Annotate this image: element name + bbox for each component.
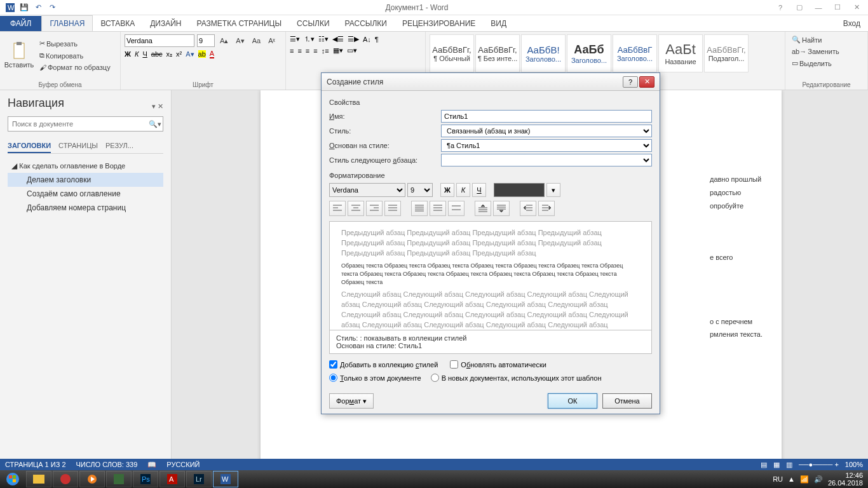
style-title[interactable]: АаБtНазвание [658,34,703,72]
fmt-font-select[interactable]: Verdana [329,183,405,197]
tree-root[interactable]: ◢ Как сделать оглавление в Ворде [8,159,163,173]
tray-flag-icon[interactable]: ▲ [788,475,795,483]
minimize-icon[interactable]: ― [810,1,827,14]
fmt-bold-icon[interactable]: Ж [440,183,454,197]
indent-inc-icon[interactable]: ☰▶ [348,35,359,43]
grow-font-icon[interactable]: A▴ [217,36,231,46]
nav-tab-pages[interactable]: СТРАНИЦЫ [58,139,98,153]
ribbon-options-icon[interactable]: ▢ [790,1,808,14]
view-print-icon[interactable]: ▦ [773,461,780,469]
tab-insert[interactable]: ВСТАВКА [93,16,142,31]
font-size-input[interactable] [197,34,215,47]
status-proofing-icon[interactable]: 📖 [147,461,156,469]
italic-icon[interactable]: К [135,50,139,58]
style-heading2[interactable]: АаБбЗаголово... [567,34,611,72]
fmt-color-box[interactable] [494,183,545,197]
tab-design[interactable]: ДИЗАЙН [142,16,189,31]
word-icon[interactable]: W [4,1,17,14]
style-nospacing[interactable]: АаБбВвГг,¶ Без инте... [475,34,520,72]
tray-sound-icon[interactable]: 🔊 [814,475,823,484]
change-case-icon[interactable]: Aa [250,36,263,46]
tray-date[interactable]: 26.04.2018 [828,479,863,487]
format-painter-button[interactable]: 🖌Формат по образцу [37,62,113,72]
indent-dec-icon[interactable]: ◀☰ [332,35,344,43]
zoom-level[interactable]: 100% [845,461,863,468]
subscript-icon[interactable]: x₂ [166,50,173,58]
help-icon[interactable]: ? [771,1,789,14]
bullets-icon[interactable]: ☰▾ [290,35,300,43]
dialog-close-icon[interactable]: ✕ [639,76,654,88]
status-page[interactable]: СТРАНИЦА 1 ИЗ 2 [5,461,66,468]
nav-tab-headings[interactable]: ЗАГОЛОВКИ [8,139,51,153]
radio-this-doc[interactable]: Только в этом документе [329,374,421,382]
nav-pin-icon[interactable]: ▾ ✕ [152,102,163,111]
undo-icon[interactable]: ↶ [32,1,44,14]
superscript-icon[interactable]: x² [176,50,182,58]
indent-dec-btn[interactable] [538,201,555,216]
radio-template[interactable]: В новых документах, использующих этот ша… [431,374,602,382]
style-subtitle[interactable]: АаБбВвГг,Подзагол... [704,34,749,72]
login-link[interactable]: Вход [836,16,868,31]
align-left-icon[interactable]: ≡ [290,47,294,55]
format-menu-button[interactable]: Формат ▾ [329,393,374,409]
view-readmode-icon[interactable]: ▤ [761,461,767,469]
shrink-font-icon[interactable]: A▾ [233,36,247,46]
tab-file[interactable]: ФАЙЛ [0,16,41,31]
sort-icon[interactable]: A↓ [363,36,371,43]
tb-app1[interactable] [106,471,132,487]
spacing-2-btn[interactable] [448,201,465,216]
cut-button[interactable]: ✂Вырезать [37,38,113,49]
bold-icon[interactable]: Ж [125,50,131,58]
chk-add-gallery[interactable]: Добавить в коллекцию стилей [329,360,438,369]
tab-review[interactable]: РЕЦЕНЗИРОВАНИЕ [395,16,483,31]
tree-item-3[interactable]: Добавляем номера страниц [8,201,163,215]
highlight-icon[interactable]: ab [198,50,206,58]
status-lang[interactable]: РУССКИЙ [166,461,200,468]
align-center-icon[interactable]: ≡ [297,47,301,55]
indent-inc-btn[interactable] [520,201,536,216]
tb-photoshop[interactable]: Ps [133,471,158,487]
paste-button[interactable]: Вставить [4,34,34,76]
strike-icon[interactable]: abc [151,50,163,58]
select-style-type[interactable]: Связанный (абзац и знак) [441,125,652,137]
tab-mailings[interactable]: РАССЫЛКИ [337,16,395,31]
tb-opera[interactable] [53,471,78,487]
redo-icon[interactable]: ↷ [46,1,58,14]
spacing-15-btn[interactable] [430,201,446,216]
tb-word[interactable]: W [213,471,238,487]
tb-lightroom[interactable]: Lr [186,471,212,487]
fmt-underline-icon[interactable]: Ч [472,183,486,197]
tray-lang[interactable]: RU [773,475,783,483]
tree-item-2[interactable]: Создаём само оглавление [8,187,163,201]
tab-view[interactable]: ВИД [483,16,514,31]
tab-references[interactable]: ССЫЛКИ [289,16,337,31]
tray-time[interactable]: 12:46 [828,471,863,479]
align-center-btn[interactable] [348,201,364,216]
tb-explorer[interactable] [26,471,51,487]
font-color-icon[interactable]: A [210,50,214,58]
align-right-icon[interactable]: ≡ [306,47,309,55]
style-heading3[interactable]: АаБбВвГЗаголово... [613,34,657,72]
fmt-size-select[interactable]: 9 [407,183,433,197]
tb-acrobat[interactable]: A [159,471,185,487]
justify-icon[interactable]: ≡ [313,47,317,55]
clear-format-icon[interactable]: Aᵡ [266,36,278,46]
cancel-button[interactable]: Отмена [602,393,652,409]
ok-button[interactable]: ОК [548,393,597,409]
find-button[interactable]: 🔍Найти [789,34,864,45]
shading-icon[interactable]: ▦▾ [333,46,343,55]
start-button[interactable] [0,470,25,488]
borders-icon[interactable]: ▭▾ [347,46,357,55]
maximize-icon[interactable]: ☐ [829,1,846,14]
select-button[interactable]: ▭Выделить [789,58,864,69]
multilevel-icon[interactable]: ☷▾ [318,35,329,43]
line-spacing-icon[interactable]: ↕≡ [322,47,329,55]
nav-search-input[interactable] [8,120,147,128]
numbering-icon[interactable]: ⒈▾ [304,34,315,44]
space-before-inc-btn[interactable] [475,201,491,216]
style-heading1[interactable]: АаБбВ!Заголово... [521,34,566,72]
align-left-btn[interactable] [329,201,346,216]
tab-home[interactable]: ГЛАВНАЯ [41,15,93,31]
dialog-help-icon[interactable]: ? [623,76,638,88]
status-words[interactable]: ЧИСЛО СЛОВ: 339 [76,461,138,468]
